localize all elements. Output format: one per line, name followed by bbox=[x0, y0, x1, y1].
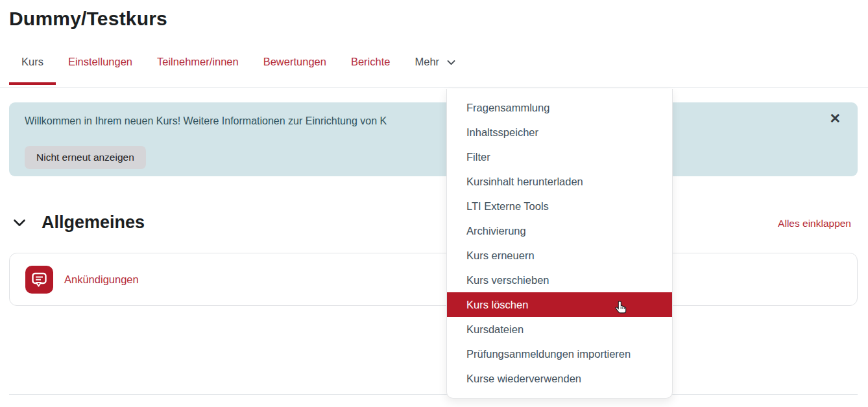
tab-einstellungen[interactable]: Einstellungen bbox=[56, 52, 145, 84]
menu-item-pruefungsanmeldungen-importieren[interactable]: Prüfungsanmeldungen importieren bbox=[447, 342, 672, 366]
menu-item-kurs-verschieben[interactable]: Kurs verschieben bbox=[447, 268, 672, 292]
menu-item-fragensammlung[interactable]: Fragensammlung bbox=[447, 95, 672, 120]
menu-item-kurse-wiederverwenden[interactable]: Kurse wiederverwenden bbox=[447, 366, 672, 391]
menu-item-kursinhalt-herunterladen[interactable]: Kursinhalt herunterladen bbox=[447, 169, 672, 194]
menu-item-inhaltsspeicher[interactable]: Inhaltsspeicher bbox=[447, 120, 672, 145]
tab-berichte[interactable]: Berichte bbox=[339, 52, 403, 84]
tab-kurs[interactable]: Kurs bbox=[9, 52, 56, 84]
section-divider bbox=[9, 394, 858, 395]
menu-item-filter[interactable]: Filter bbox=[447, 145, 672, 169]
course-tabs: Kurs Einstellungen Teilnehmer/innen Bewe… bbox=[0, 52, 868, 87]
welcome-banner: Willkommen in Ihrem neuen Kurs! Weitere … bbox=[9, 102, 858, 176]
course-page: Dummy/Testkurs Kurs Einstellungen Teilne… bbox=[0, 0, 868, 407]
activity-card-announcements: Ankündigungen bbox=[9, 253, 858, 306]
menu-item-archivierung[interactable]: Archivierung bbox=[447, 218, 672, 243]
section-header-allgemeines: Allgemeines Alles einklappen bbox=[0, 213, 868, 236]
tab-mehr[interactable]: Mehr bbox=[402, 52, 467, 84]
forum-icon bbox=[25, 266, 53, 294]
more-dropdown-menu: Fragensammlung Inhaltsspeicher Filter Ku… bbox=[446, 89, 673, 399]
menu-item-kurs-erneuern[interactable]: Kurs erneuern bbox=[447, 243, 672, 268]
page-title: Dummy/Testkurs bbox=[9, 8, 167, 30]
tab-teilnehmer[interactable]: Teilnehmer/innen bbox=[145, 52, 251, 84]
chevron-down-icon bbox=[447, 56, 455, 68]
dismiss-banner-button[interactable]: Nicht erneut anzeigen bbox=[25, 146, 146, 169]
tab-bewertungen[interactable]: Bewertungen bbox=[251, 52, 339, 84]
menu-item-lti-externe-tools[interactable]: LTI Externe Tools bbox=[447, 194, 672, 218]
menu-item-kursdateien[interactable]: Kursdateien bbox=[447, 317, 672, 342]
tab-mehr-label: Mehr bbox=[415, 56, 439, 67]
activity-row: Ankündigungen bbox=[10, 253, 857, 305]
menu-item-kurs-loeschen[interactable]: Kurs löschen bbox=[447, 292, 672, 317]
announcements-link[interactable]: Ankündigungen bbox=[64, 273, 139, 286]
section-title: Allgemeines bbox=[42, 213, 145, 233]
section-collapse-chevron-icon[interactable] bbox=[13, 218, 26, 229]
collapse-all-link[interactable]: Alles einklappen bbox=[778, 218, 851, 229]
close-icon[interactable]: ✕ bbox=[829, 111, 841, 125]
welcome-banner-message: Willkommen in Ihrem neuen Kurs! Weitere … bbox=[25, 115, 387, 127]
